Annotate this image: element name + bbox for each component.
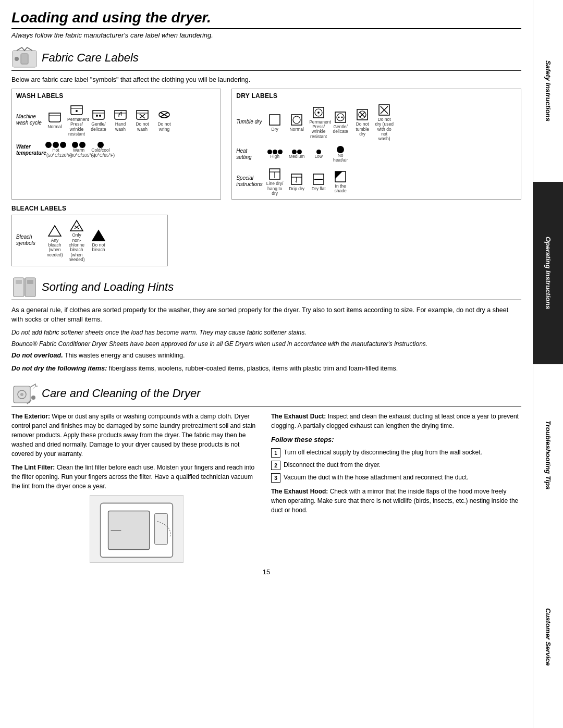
care-cleaning-section: Care and Cleaning of the Dryer The Exter… <box>11 382 521 563</box>
water-temp-row: Water temperature Hot (50°C/120°F) <box>16 142 216 158</box>
sorting-para4: Do not overload. Do not overload. This w… <box>11 351 521 361</box>
exhaust-title: The Exhaust Duct: <box>271 413 326 420</box>
sym-gentle: Gentle/ delicate <box>89 107 108 132</box>
sym-no-bleach: Do not bleach <box>89 228 108 253</box>
sorting-icon <box>11 276 38 299</box>
sidebar: Safety Instructions Operating Instructio… <box>533 0 563 728</box>
fabric-care-desc: Below are fabric care label "symbols" th… <box>11 76 521 83</box>
main-content: Loading and using the dryer. Always foll… <box>0 0 533 591</box>
sorting-para3: Bounce® Fabric Conditioner Dryer Sheets … <box>11 339 521 349</box>
svg-marker-38 <box>70 220 83 231</box>
svg-point-20 <box>341 117 343 118</box>
sym-drip-dry: Drip dry <box>287 172 306 191</box>
sidebar-operating: Operating Instructions <box>533 182 563 364</box>
svg-rect-45 <box>27 280 33 284</box>
page-title: Loading and using the dryer. <box>11 9 521 29</box>
sorting-section: Sorting and Loading Hints As a general r… <box>11 276 521 374</box>
sorting-para5: Do not dry the following items: fibergla… <box>11 364 521 374</box>
sym-warm: Warm (40°C/105°F) <box>69 142 88 158</box>
page-number: 15 <box>11 568 521 576</box>
sym-heat-high: High <box>265 150 284 159</box>
special-symbols: Line dry/ hang to dry Drip dry <box>265 167 350 196</box>
step-3-text: Vacuum the duct with the hose attachment… <box>284 473 469 482</box>
sym-line-dry: Line dry/ hang to dry <box>265 167 284 196</box>
water-temp-label: Water temperature <box>16 144 43 156</box>
svg-point-3 <box>76 110 78 112</box>
svg-point-2 <box>15 57 19 61</box>
svg-point-48 <box>20 393 23 396</box>
care-cleaning-cols: The Exterior: Wipe or dust any spills or… <box>11 412 521 563</box>
sym-do-not-wring: Do not wring <box>155 107 174 132</box>
svg-point-16 <box>317 112 320 114</box>
heat-setting-row: Heat setting High <box>236 146 517 163</box>
sym-no-heat: No heat/air <box>331 146 350 163</box>
sidebar-safety: Safety Instructions <box>533 0 563 182</box>
bleach-symbols: Any bleach (when needed) Only non-chlori… <box>45 218 108 262</box>
fabric-care-icon <box>11 46 38 69</box>
machine-wash-row: Machine wash cycle Normal <box>16 103 216 137</box>
dryer-illustration <box>90 495 183 563</box>
care-cleaning-header: Care and Cleaning of the Dryer <box>11 382 521 406</box>
step-3: 3 Vacuum the duct with the hose attachme… <box>271 473 521 483</box>
sym-dry-square: Dry <box>265 113 284 132</box>
sym-normal: Normal <box>45 110 64 129</box>
sym-shade: In the shade <box>331 169 350 194</box>
sym-tumble-perm: Permanent Press/ wrinkle resistant <box>309 105 328 139</box>
sym-tumble-gentle: Gentle/ delicate <box>331 110 350 134</box>
svg-rect-52 <box>155 513 168 544</box>
lint-title: The Lint Filter: <box>11 464 55 471</box>
sym-cold: Cold/cool (30°C/85°F) <box>91 142 110 158</box>
sorting-section-header: Sorting and Loading Hints <box>11 276 521 300</box>
step-2: 2 Disconnect the duct from the dryer. <box>271 460 521 470</box>
bleach-label: Bleach symbols <box>16 234 43 246</box>
care-cleaning-icon <box>11 382 38 405</box>
machine-wash-symbols: Normal Permanent Press/ wrinkle resistan… <box>45 103 174 137</box>
care-col-left: The Exterior: Wipe or dust any spills or… <box>11 412 262 563</box>
svg-point-13 <box>293 116 300 124</box>
sidebar-troubleshooting: Troubleshooting Tips <box>533 364 563 546</box>
dry-labels-title: DRY LABELS <box>236 92 517 100</box>
sidebar-customer: Customer Service <box>533 546 563 728</box>
dry-symbols-grid: Tumble dry Dry <box>236 103 517 196</box>
sym-tumble-normal: Normal <box>287 113 306 132</box>
machine-wash-label: Machine wash cycle <box>16 114 43 126</box>
fabric-care-section-header: Fabric Care Labels <box>11 46 521 71</box>
wash-labels-title: WASH LABELS <box>16 92 216 100</box>
special-instructions-label: Special instructions <box>236 175 263 188</box>
svg-point-49 <box>31 396 35 400</box>
exterior-para: The Exterior: Wipe or dust any spills or… <box>11 412 262 459</box>
step-1: 1 Turn off electrical supply by disconne… <box>271 448 521 458</box>
wash-symbols-grid: Machine wash cycle Normal <box>16 103 216 158</box>
exterior-title: The Exterior: <box>11 413 50 420</box>
bleach-labels-title: BLEACH LABELS <box>11 205 521 212</box>
exhaust-duct-para: The Exhaust Duct: Inspect and clean the … <box>271 412 521 430</box>
step-2-text: Disconnect the duct from the dryer. <box>284 460 381 470</box>
svg-point-18 <box>337 114 344 121</box>
labels-row: WASH LABELS Machine wash cycle Normal <box>11 89 521 200</box>
sym-hot: Hot (50°C/120°F) <box>45 142 66 158</box>
sym-hand-wash: Hand wash <box>111 107 130 132</box>
svg-point-19 <box>338 117 340 118</box>
water-temp-symbols: Hot (50°C/120°F) Warm (40°C/105°F) <box>45 142 110 158</box>
care-cleaning-title: Care and Cleaning of the Dryer <box>42 387 201 400</box>
care-col-right: The Exhaust Duct: Inspect and clean the … <box>271 412 521 563</box>
page-subtitle: Always follow the fabric manufacturer's … <box>11 31 521 39</box>
svg-point-5 <box>99 115 101 117</box>
bleach-symbols-row: Bleach symbols Any bleach (when needed) <box>16 218 163 262</box>
sorting-para2: Do not add fabric softener sheets once t… <box>11 328 521 337</box>
sorting-title: Sorting and Loading Hints <box>42 280 174 294</box>
heat-setting-label: Heat setting <box>236 148 263 161</box>
hood-title: The Exhaust Hood: <box>271 488 328 495</box>
dry-labels-box: DRY LABELS Tumble dry Dry <box>231 89 521 200</box>
special-instructions-row: Special instructions Line dry/ hang to d… <box>236 167 517 196</box>
wash-labels-box: WASH LABELS Machine wash cycle Normal <box>11 89 221 200</box>
svg-rect-11 <box>270 115 280 125</box>
lint-para: The Lint Filter: Clean the lint filter b… <box>11 463 262 491</box>
tumble-dry-symbols: Dry Normal <box>265 103 394 142</box>
tumble-dry-label: Tumble dry <box>236 119 263 125</box>
svg-marker-37 <box>48 226 61 236</box>
svg-rect-1 <box>21 54 28 64</box>
sym-perm-press: Permanent Press/ wrinkle resistant <box>67 103 86 137</box>
sym-dry-flat: Dry flat <box>309 172 328 191</box>
step-1-text: Turn off electrical supply by disconnect… <box>284 448 482 457</box>
